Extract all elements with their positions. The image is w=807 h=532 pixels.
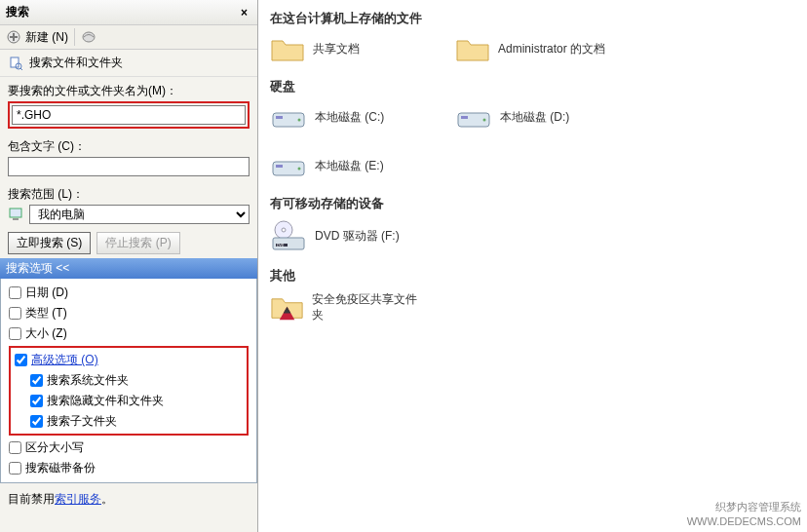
close-icon[interactable]: ×: [237, 6, 251, 19]
folder-icon: [270, 35, 305, 64]
options-header[interactable]: 搜索选项 <<: [0, 258, 257, 279]
computer-icon: [8, 206, 25, 223]
sidebar-title: 搜索: [6, 4, 237, 20]
watermark-line2: WWW.DEDECMS.COM: [687, 514, 801, 528]
opt-size-checkbox[interactable]: [9, 327, 21, 340]
svg-rect-4: [11, 57, 19, 67]
opt-sub-row[interactable]: 搜索子文件夹: [30, 411, 243, 432]
drive-icon: [270, 103, 307, 133]
drive-e-label: 本地磁盘 (E:): [315, 159, 384, 174]
section-drives-title: 硬盘: [270, 78, 795, 95]
section-removable-title: 有可移动存储的设备: [270, 195, 795, 212]
opt-tape-row[interactable]: 搜索磁带备份: [9, 458, 249, 478]
search-sidebar: 搜索 × 新建 (N) 搜索文件和文件夹 要搜索的文件或文件夹名为(M)：: [0, 0, 258, 532]
opt-date-checkbox[interactable]: [9, 286, 21, 299]
opt-hidden-row[interactable]: 搜索隐藏文件和文件夹: [30, 391, 243, 411]
svg-rect-7: [10, 209, 21, 217]
dvd-drive[interactable]: DVD DVD 驱动器 (F:): [270, 220, 426, 253]
sidebar-toolbar: 新建 (N): [0, 25, 257, 50]
contains-input[interactable]: [8, 157, 250, 176]
index-service-line: 目前禁用索引服务。: [0, 487, 257, 512]
folder-admin[interactable]: Administrator 的文档: [455, 35, 611, 64]
opt-adv-label: 高级选项 (O): [31, 352, 98, 368]
svg-line-6: [20, 68, 22, 70]
stop-button: 停止搜索 (P): [96, 232, 179, 254]
drive-c[interactable]: 本地磁盘 (C:): [270, 103, 426, 133]
opt-case-checkbox[interactable]: [9, 441, 21, 454]
svg-point-17: [298, 168, 301, 171]
options-body: 日期 (D) 类型 (T) 大小 (Z) 高级选项 (O) 搜索系统文件夹: [0, 279, 257, 483]
svg-text:DVD: DVD: [277, 244, 285, 247]
filename-highlight: [8, 101, 250, 129]
safe-label: 安全免疫区共享文件夹: [312, 292, 426, 323]
opt-date-row[interactable]: 日期 (D): [9, 283, 249, 303]
scope-select[interactable]: 我的电脑: [29, 205, 250, 224]
watermark: 织梦内容管理系统 WWW.DEDECMS.COM: [687, 500, 801, 528]
footer-prefix: 目前禁用: [8, 492, 55, 506]
opt-adv-row[interactable]: 高级选项 (O): [15, 350, 243, 370]
watermark-line1: 织梦内容管理系统: [687, 500, 801, 513]
button-row: 立即搜索 (S) 停止搜索 (P): [0, 228, 257, 258]
folder-admin-label: Administrator 的文档: [498, 42, 605, 57]
drive-icon: [455, 103, 492, 133]
new-icon[interactable]: [6, 29, 21, 45]
opt-case-row[interactable]: 区分大小写: [9, 437, 249, 458]
opt-case-label: 区分大小写: [25, 439, 84, 456]
svg-rect-16: [276, 165, 283, 168]
svg-rect-2: [10, 36, 18, 38]
opt-sys-row[interactable]: 搜索系统文件夹: [30, 370, 243, 391]
drive-icon: [270, 152, 307, 181]
opt-hidden-label: 搜索隐藏文件和文件夹: [47, 393, 164, 409]
drive-d[interactable]: 本地磁盘 (D:): [455, 103, 611, 133]
opt-hidden-checkbox[interactable]: [30, 395, 43, 407]
opt-tape-checkbox[interactable]: [9, 462, 21, 475]
svg-point-14: [483, 119, 486, 122]
index-service-link[interactable]: 索引服务: [55, 492, 101, 506]
search-mode-row[interactable]: 搜索文件和文件夹: [0, 50, 257, 77]
svg-rect-8: [13, 218, 19, 220]
opt-adv-checkbox[interactable]: [15, 354, 27, 366]
filename-label: 要搜索的文件或文件夹名为(M)：: [0, 77, 257, 101]
section-other-title: 其他: [270, 267, 795, 285]
drive-c-label: 本地磁盘 (C:): [315, 110, 384, 126]
main-content: 在这台计算机上存储的文件 共享文档 Administrator 的文档 硬盘: [258, 0, 807, 532]
filename-input[interactable]: [12, 105, 246, 125]
opt-type-row[interactable]: 类型 (T): [9, 303, 249, 323]
folder-shared[interactable]: 共享文档: [270, 35, 426, 64]
drive-e[interactable]: 本地磁盘 (E:): [270, 152, 426, 181]
folder-icon: [455, 35, 490, 64]
opt-type-checkbox[interactable]: [9, 307, 21, 320]
drive-d-label: 本地磁盘 (D:): [500, 110, 569, 126]
section-files-title: 在这台计算机上存储的文件: [270, 10, 795, 27]
footer-suffix: 。: [101, 492, 113, 506]
files-grid: 共享文档 Administrator 的文档: [270, 35, 795, 64]
advanced-highlight: 高级选项 (O) 搜索系统文件夹 搜索隐藏文件和文件夹 搜索子文件夹: [9, 346, 249, 436]
opt-sub-label: 搜索子文件夹: [47, 413, 117, 430]
opt-sys-checkbox[interactable]: [30, 374, 43, 387]
svg-rect-13: [461, 116, 468, 119]
opt-sub-checkbox[interactable]: [30, 415, 43, 428]
dvd-icon: DVD: [270, 220, 307, 253]
search-button[interactable]: 立即搜索 (S): [8, 232, 91, 254]
new-button[interactable]: 新建 (N): [25, 29, 68, 46]
toolbar-separator: [74, 28, 75, 46]
opt-sys-label: 搜索系统文件夹: [47, 372, 129, 389]
scope-label: 搜索范围 (L)：: [0, 180, 257, 205]
contains-label: 包含文字 (C)：: [0, 133, 257, 157]
folder-shared-label: 共享文档: [313, 42, 360, 57]
opt-size-label: 大小 (Z): [25, 325, 67, 342]
safe-folder[interactable]: 安全免疫区共享文件夹: [270, 292, 426, 323]
safe-folder-icon: [270, 293, 304, 323]
history-icon[interactable]: [81, 29, 96, 45]
opt-date-label: 日期 (D): [25, 285, 68, 301]
opt-type-label: 类型 (T): [25, 305, 67, 322]
other-grid: 安全免疫区共享文件夹: [270, 292, 795, 323]
opt-tape-label: 搜索磁带备份: [25, 460, 96, 476]
svg-point-3: [83, 32, 95, 42]
opt-size-row[interactable]: 大小 (Z): [9, 323, 249, 344]
search-file-icon: [8, 56, 23, 71]
dvd-label: DVD 驱动器 (F:): [315, 229, 400, 245]
svg-point-11: [298, 119, 301, 122]
sidebar-header: 搜索 ×: [0, 0, 257, 25]
removable-grid: DVD DVD 驱动器 (F:): [270, 220, 795, 253]
